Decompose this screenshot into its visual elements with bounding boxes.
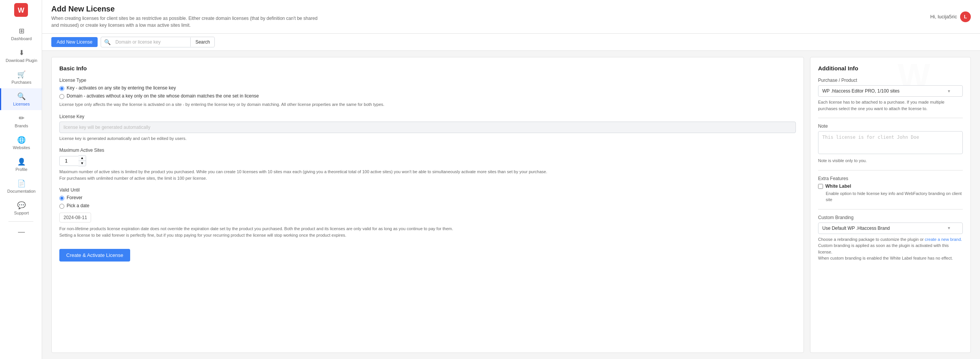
purchase-note: Each license has to be attached to a pur… (818, 99, 963, 112)
max-sites-note: Maximum number of active sites is limite… (59, 169, 796, 181)
profile-icon: 👤 (17, 158, 26, 166)
sidebar-item-label: Websites (13, 145, 30, 150)
sidebar: W ⊞ Dashboard ⬇ Download Plugin 🛒 Purcha… (0, 0, 42, 359)
note-group: Note Note is visible only to you. (818, 123, 963, 164)
white-label-option[interactable]: White Label (818, 184, 963, 189)
licenses-icon: 🔍 (17, 92, 26, 101)
user-greeting: Hi, lucija5ric (930, 14, 957, 19)
svg-text:W: W (18, 6, 24, 14)
sidebar-item-label: Documentation (7, 189, 36, 193)
chevron-down-icon: ▼ (947, 89, 951, 93)
stepper-up-button[interactable]: ▲ (78, 156, 86, 161)
radio-key-input[interactable] (59, 86, 64, 91)
sidebar-item-purchases[interactable]: 🛒 Purchases (0, 67, 42, 88)
page-title: Add New License (51, 5, 319, 13)
radio-domain-option[interactable]: Domain - activates without a key only on… (59, 93, 796, 99)
max-sites-input[interactable] (59, 156, 78, 166)
sidebar-item-documentation[interactable]: 📄 Documentation (0, 175, 42, 197)
radio-key-option[interactable]: Key - activates on any site by entering … (59, 85, 796, 91)
custom-branding-select[interactable]: Use Default WP .Htaccess Brand ▼ (818, 223, 963, 234)
valid-note: For non-lifetime products license expira… (59, 226, 796, 238)
sidebar-item-licenses[interactable]: 🔍 Licenses (0, 88, 42, 110)
sidebar-item-label: Profile (15, 167, 27, 172)
radio-domain-label: Domain - activates without a key only on… (67, 93, 259, 99)
sidebar-item-label: Purchases (11, 80, 31, 84)
additional-info-title: Additional Info (818, 65, 963, 71)
note-info: Note is visible only to you. (818, 158, 963, 164)
misc-icon: — (18, 228, 25, 236)
sidebar-item-profile[interactable]: 👤 Profile (0, 154, 42, 175)
custom-branding-group: Custom Branding Use Default WP .Htaccess… (818, 215, 963, 262)
sidebar-item-websites[interactable]: 🌐 Websites (0, 132, 42, 154)
radio-domain-input[interactable] (59, 94, 64, 99)
custom-branding-label: Custom Branding (818, 215, 963, 220)
max-sites-label: Maximum Active Sites (59, 148, 796, 153)
purchase-product-group: Purchase / Product WP .htaccess Editor P… (818, 78, 963, 112)
create-new-brand-link[interactable]: create a new brand. (925, 237, 962, 242)
create-activate-button[interactable]: Create & Activate License (59, 249, 130, 262)
search-button[interactable]: Search (190, 37, 214, 47)
sidebar-item-misc[interactable]: — (0, 224, 42, 241)
radio-pick-date-input[interactable] (59, 204, 64, 209)
purchase-select-wrap: WP .htaccess Editor PRO, 1/100 sites ▼ (818, 85, 963, 97)
purchase-select[interactable]: WP .htaccess Editor PRO, 1/100 sites ▼ (818, 85, 963, 97)
radio-key-label: Key - activates on any site by entering … (67, 85, 176, 91)
extra-features-group: Extra Features White Label Enable option… (818, 176, 963, 203)
license-type-label: License Type (59, 78, 796, 83)
custom-branding-value: Use Default WP .Htaccess Brand (822, 226, 890, 231)
custom-branding-note: Choose a rebranding package to customize… (818, 236, 963, 262)
extra-features-label: Extra Features (818, 176, 963, 181)
main-area: Add New License When creating licenses f… (42, 0, 980, 359)
sidebar-item-support[interactable]: 💬 Support (0, 197, 42, 219)
divider-3 (818, 209, 963, 210)
stepper-down-button[interactable]: ▼ (78, 161, 86, 166)
white-label-text: White Label (825, 184, 851, 189)
additional-info-panel: W Additional Info Purchase / Product WP … (810, 57, 971, 353)
sidebar-item-brands[interactable]: ✏ Brands (0, 110, 42, 132)
radio-pick-date-label: Pick a date (67, 203, 89, 208)
max-sites-stepper: ▲ ▼ (59, 155, 86, 166)
search-icon: 🔍 (101, 37, 114, 47)
brands-icon: ✏ (19, 114, 24, 122)
sidebar-item-download-plugin[interactable]: ⬇ Download Plugin (0, 45, 42, 67)
custom-branding-select-wrap: Use Default WP .Htaccess Brand ▼ (818, 223, 963, 234)
license-type-group: License Type Key - activates on any site… (59, 78, 796, 108)
radio-pick-date-option[interactable]: Pick a date (59, 203, 796, 209)
note-label: Note (818, 123, 963, 129)
purchase-value: WP .htaccess Editor PRO, 1/100 sites (822, 88, 900, 94)
max-sites-group: Maximum Active Sites ▲ ▼ Maximum number … (59, 148, 796, 181)
basic-info-panel: Basic Info License Type Key - activates … (51, 57, 804, 353)
header-left: Add New License When creating licenses f… (51, 5, 319, 29)
sidebar-divider (8, 221, 33, 222)
license-key-input[interactable] (59, 122, 796, 133)
license-type-note: License type only affects the way the li… (59, 101, 796, 108)
white-label-checkbox[interactable] (818, 184, 823, 189)
download-icon: ⬇ (19, 49, 24, 57)
chevron-down-icon-2: ▼ (947, 226, 951, 230)
search-input[interactable] (114, 37, 190, 47)
white-label-desc: Enable option to hide license key info a… (826, 190, 963, 203)
license-key-label: License Key (59, 114, 796, 119)
radio-forever-input[interactable] (59, 196, 64, 201)
sidebar-item-label: Dashboard (11, 36, 32, 41)
sidebar-item-label: Brands (15, 123, 28, 128)
license-key-group: License Key License key is generated aut… (59, 114, 796, 142)
sidebar-item-dashboard[interactable]: ⊞ Dashboard (0, 23, 42, 45)
sidebar-item-label: Support (14, 211, 29, 215)
license-key-note: License key is generated automatically a… (59, 135, 796, 142)
avatar: L (960, 11, 971, 22)
valid-until-group: Valid Until Forever Pick a date 2024-08-… (59, 187, 796, 238)
valid-until-label: Valid Until (59, 187, 796, 193)
search-wrap: 🔍 Search (101, 37, 215, 47)
content-area: Basic Info License Type Key - activates … (42, 51, 980, 359)
note-textarea[interactable] (818, 131, 963, 154)
sidebar-logo: W (14, 3, 28, 17)
date-display[interactable]: 2024-08-11 (59, 213, 91, 223)
radio-forever-label: Forever (67, 195, 82, 200)
websites-icon: 🌐 (17, 136, 26, 144)
add-new-license-button[interactable]: Add New License (51, 37, 98, 47)
radio-forever-option[interactable]: Forever (59, 195, 796, 201)
divider-2 (818, 170, 963, 171)
stepper-controls: ▲ ▼ (78, 155, 86, 166)
toolbar: Add New License 🔍 Search (42, 34, 980, 51)
